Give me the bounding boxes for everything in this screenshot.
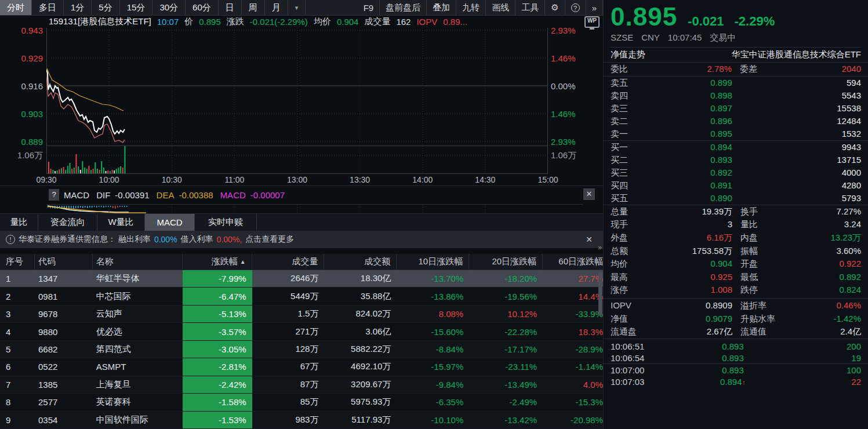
- ask-level-row[interactable]: 卖三0.89715538: [604, 102, 868, 115]
- bid-price: 0.893: [651, 155, 791, 166]
- col-header-4[interactable]: 成交量: [252, 254, 325, 270]
- volume-bar: [99, 170, 100, 173]
- macd-help-icon[interactable]: ?: [49, 189, 59, 201]
- y-axis-label-left: 0.903: [0, 109, 43, 119]
- ask-level-row[interactable]: 卖五0.899594: [604, 77, 868, 89]
- col-header-7[interactable]: 20日涨跌幅: [469, 254, 543, 270]
- button-nine-turn[interactable]: 九转: [456, 0, 486, 15]
- ask-price: 0.898: [651, 90, 791, 101]
- cell-amount: 824.02万: [324, 306, 397, 322]
- button-pre-post-market[interactable]: 盘前盘后: [380, 0, 427, 15]
- bid-level-row[interactable]: 买三0.8924000: [604, 166, 868, 179]
- collapse-chevron-icon[interactable]: »: [598, 243, 602, 252]
- col-header-1[interactable]: 代码: [35, 254, 93, 270]
- tab-30min[interactable]: 30分: [152, 0, 186, 15]
- stat-value: 0.892: [789, 272, 861, 283]
- table-row[interactable]: 71385上海复旦-2.42%87万3209.67万-9.84%-13.49%4…: [0, 376, 603, 394]
- stat-value: 0.46%: [789, 300, 861, 311]
- cell-change-pct: -7.99%: [183, 270, 252, 287]
- button-tools[interactable]: 工具: [515, 0, 545, 15]
- volume-bar: [103, 168, 104, 173]
- wp-monitor-icon[interactable]: WP: [584, 16, 600, 28]
- table-row[interactable]: 39678云知声-5.13%1.5万824.02万8.08%10.12%-33.…: [0, 306, 603, 323]
- y-axis-label-left: 1.06万: [0, 150, 43, 161]
- col-header-0[interactable]: 序号: [0, 254, 35, 270]
- tab-1min[interactable]: 1分: [64, 0, 92, 15]
- table-row[interactable]: 60522ASMPT-2.81%67万4692.10万-15.97%-23.11…: [0, 358, 603, 376]
- ask-level-label: 卖三: [611, 103, 651, 114]
- notice-more-link[interactable]: 点击查看更多: [245, 234, 294, 245]
- ask-level-row[interactable]: 卖四0.8985543: [604, 89, 868, 102]
- tab-macd[interactable]: MACD: [145, 214, 195, 231]
- bid-level-row[interactable]: 买二0.89313715: [604, 154, 868, 166]
- tab-5min[interactable]: 5分: [92, 0, 119, 15]
- tab-month[interactable]: 月: [265, 0, 288, 15]
- table-row[interactable]: 49880优必选-3.57%271万3.06亿-15.60%-22.28%18.…: [0, 323, 603, 340]
- tab-money-flow[interactable]: 资金流向: [38, 214, 97, 231]
- help-icon[interactable]: ?: [565, 0, 586, 15]
- col-header-6[interactable]: 10日涨跌幅: [397, 254, 469, 270]
- button-f9[interactable]: F9: [358, 0, 380, 15]
- col-header-5[interactable]: 成交额: [324, 254, 397, 270]
- ask-level-row[interactable]: 卖二0.89612484: [604, 115, 868, 128]
- cell-volume: 85万: [252, 394, 325, 410]
- notice-close-icon[interactable]: ✕: [586, 235, 593, 244]
- volume-bar: [120, 166, 121, 173]
- table-row[interactable]: 11347华虹半导体-7.99%2646万18.30亿-13.70%-18.20…: [0, 270, 603, 288]
- cell-volume: 5449万: [252, 288, 325, 304]
- tick-time: 10:06:54: [611, 353, 674, 363]
- button-draw-line[interactable]: 画线: [486, 0, 515, 15]
- volume-bar: [59, 169, 60, 173]
- macd-histogram-bar: [110, 206, 111, 207]
- cell-name: ASMPT: [93, 358, 183, 375]
- table-row[interactable]: 56682第四范式-3.05%128万5882.22万-8.84%-17.17%…: [0, 341, 603, 358]
- cell-20d-change: -17.17%: [469, 341, 543, 358]
- col-header-3[interactable]: 涨跌幅▲: [183, 254, 252, 270]
- nav-trend-label[interactable]: 净值走势: [611, 49, 645, 60]
- toolbar-expand-icon[interactable]: »: [586, 0, 603, 15]
- tab-60min[interactable]: 60分: [186, 0, 219, 15]
- macd-value-label: MACD: [220, 190, 246, 200]
- button-overlay[interactable]: 叠加: [427, 0, 456, 15]
- bid-level-row[interactable]: 买五0.8905793: [604, 192, 868, 205]
- tab-realtime-creation[interactable]: 实时申赎: [195, 214, 257, 231]
- fund-name-row: 净值走势 华宝中证港股通信息技术综合ETF: [604, 48, 868, 63]
- bid-volume: 13715: [791, 155, 861, 166]
- volume-bar: [107, 170, 108, 173]
- table-row[interactable]: 82577英诺赛科-1.58%85万5975.93万-6.35%-2.49%-1…: [0, 394, 603, 411]
- macd-histogram-bar: [112, 206, 114, 208]
- exchange-label: SZSE: [611, 32, 633, 43]
- tab-15min[interactable]: 15分: [120, 0, 153, 15]
- chart-panel: 分时多日1分5分15分30分60分日周月▾ F9盘前盘后叠加九转画线工具⚙?» …: [0, 0, 604, 429]
- stat-row: 现手3量比3.24: [604, 219, 868, 232]
- settings-gear-icon[interactable]: ⚙: [545, 0, 565, 15]
- stat-value: 0.925: [660, 272, 739, 283]
- cell-10d-change: -9.84%: [397, 376, 469, 393]
- cell-index: 9: [0, 412, 35, 428]
- macd-close-icon[interactable]: ✕: [583, 188, 595, 200]
- stat-value: 1753.58万: [660, 246, 739, 257]
- bid-level-row[interactable]: 买一0.8949943: [604, 140, 868, 154]
- price-value: 0.895: [199, 17, 221, 27]
- tab-volume-ratio[interactable]: 量比: [0, 214, 38, 231]
- col-header-2[interactable]: 名称: [93, 254, 183, 270]
- tab-timeshare[interactable]: 分时: [0, 0, 32, 15]
- tab-w-volume-ratio[interactable]: W量比: [97, 214, 145, 231]
- period-dropdown-icon[interactable]: ▾: [288, 0, 306, 15]
- y-axis-label-right: 0.00%: [551, 81, 576, 91]
- cell-10d-change: -8.84%: [397, 341, 469, 358]
- bid-level-row[interactable]: 买四0.8914280: [604, 179, 868, 192]
- tab-week[interactable]: 周: [242, 0, 265, 15]
- table-scrollbar[interactable]: [598, 272, 602, 316]
- stat-value: 7.27%: [789, 206, 861, 217]
- macd-histogram-bar: [80, 206, 81, 208]
- time-tick-label: 10:00: [99, 175, 119, 184]
- table-row[interactable]: 90354中国软件国际-1.53%983万5117.93万-10.10%-13.…: [0, 412, 603, 429]
- col-header-8[interactable]: 60日涨跌幅: [543, 254, 603, 270]
- tick-price: 0.893: [674, 353, 791, 363]
- tab-multiday[interactable]: 多日: [32, 0, 64, 15]
- table-row[interactable]: 20981中芯国际-6.47%5449万35.88亿-13.86%-19.56%…: [0, 288, 603, 305]
- tab-day[interactable]: 日: [219, 0, 242, 15]
- quote-timestamp: 10:07:45: [668, 32, 702, 43]
- ask-level-row[interactable]: 卖一0.8951532: [604, 128, 868, 140]
